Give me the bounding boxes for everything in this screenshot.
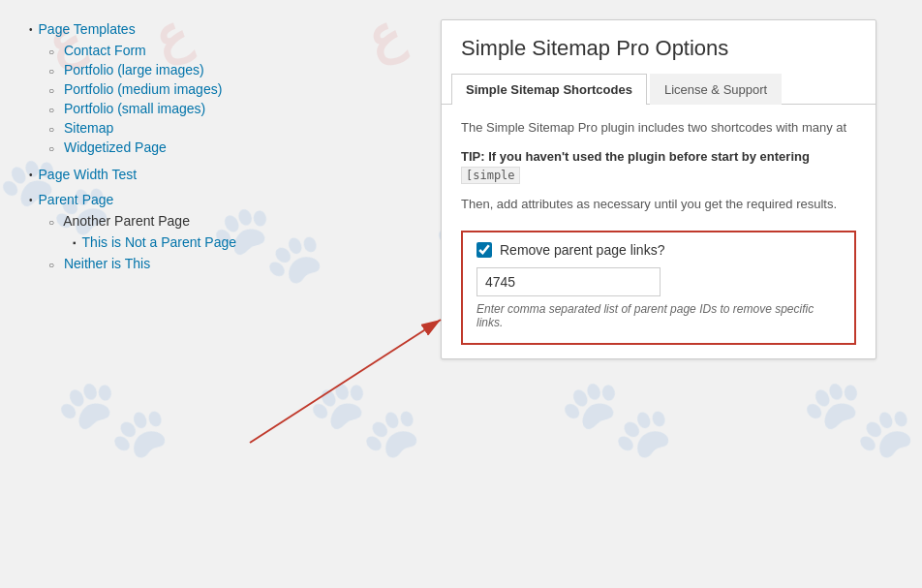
neither-is-this-link[interactable]: Neither is This [64,256,150,271]
checkbox-section: Remove parent page links? Enter comma se… [461,231,856,345]
left-panel: • Page Templates ○ Contact Form ○ Portfo… [0,0,431,588]
nav-item-page-templates: • Page Templates ○ Contact Form ○ Portfo… [29,19,412,159]
tip-text: TIP: If you haven't used the plugin befo… [461,147,856,185]
tip-text-2: Then, add attributes as necessary until … [461,195,856,214]
circle-icon: ○ [48,217,54,228]
another-parent-sublist: ▪ This is Not a Parent Page [48,232,412,252]
circle-icon: ○ [48,143,54,154]
page-templates-sublist: ○ Contact Form ○ Portfolio (large images… [29,41,412,157]
list-item-neither-is-this: ○ Neither is This [48,254,412,273]
another-parent-text: Another Parent Page [63,213,190,229]
list-item: ○ Portfolio (medium images) [48,79,412,99]
page-width-test-link[interactable]: Page Width Test [39,167,138,182]
portfolio-small-link[interactable]: Portfolio (small images) [64,101,205,116]
options-title: Simple Sitemap Pro Options [442,20,876,73]
circle-icon: ○ [48,260,54,270]
remove-parent-checkbox[interactable] [476,242,492,258]
id-input-row [476,267,841,296]
portfolio-medium-link[interactable]: Portfolio (medium images) [64,81,222,97]
list-item-this-is-not: ▪ This is Not a Parent Page [73,232,412,252]
nav-list: • Page Templates ○ Contact Form ○ Portfo… [29,19,412,275]
list-item: ○ Contact Form [48,41,412,60]
list-item-another-parent: ○ Another Parent Page ▪ This is Not a Pa… [48,211,412,254]
tabs-container: Simple Sitemap Shortcodes License & Supp… [442,73,876,105]
circle-icon: ○ [48,66,54,77]
right-panel: Simple Sitemap Pro Options Simple Sitema… [431,0,922,588]
tab-license[interactable]: License & Support [650,74,782,105]
checkbox-row: Remove parent page links? [476,242,841,258]
circle-icon: ○ [48,85,54,96]
list-item: ○ Portfolio (small images) [48,99,412,118]
nav-item-page-width-test: • Page Width Test [29,165,412,184]
hint-text: Enter comma separated list of parent pag… [476,302,841,329]
contact-form-link[interactable]: Contact Form [64,43,146,58]
portfolio-large-link[interactable]: Portfolio (large images) [64,62,204,77]
parent-page-sublist: ○ Another Parent Page ▪ This is Not a Pa… [29,211,412,273]
circle-icon: ○ [48,46,54,57]
sitemap-link[interactable]: Sitemap [64,120,113,136]
description-text: The Simple Sitemap Pro plugin includes t… [461,118,856,138]
nav-item-parent-page: • Parent Page ○ Another Parent Page ▪ Th… [29,190,412,275]
list-item: ○ Widgetized Page [48,138,412,157]
widgetized-page-link[interactable]: Widgetized Page [64,139,167,155]
this-is-not-parent-link[interactable]: This is Not a Parent Page [82,234,237,250]
circle-icon: ○ [48,124,54,135]
list-item: ○ Sitemap [48,118,412,138]
checkbox-label[interactable]: Remove parent page links? [500,242,664,258]
options-box: Simple Sitemap Pro Options Simple Sitema… [441,19,876,359]
tab-content: The Simple Sitemap Pro plugin includes t… [442,105,876,358]
bullet-icon: • [29,24,33,35]
code-snippet: [simple [461,167,520,184]
bullet-icon: • [29,170,33,180]
tab-shortcodes[interactable]: Simple Sitemap Shortcodes [451,74,647,105]
circle-icon: ○ [48,105,54,115]
parent-id-input[interactable] [476,267,661,296]
page-templates-link[interactable]: Page Templates [39,21,136,37]
list-item: ○ Portfolio (large images) [48,60,412,79]
square-icon: ▪ [73,237,77,248]
bullet-icon: • [29,195,33,205]
main-container: • Page Templates ○ Contact Form ○ Portfo… [0,0,922,588]
parent-page-link[interactable]: Parent Page [39,192,114,207]
